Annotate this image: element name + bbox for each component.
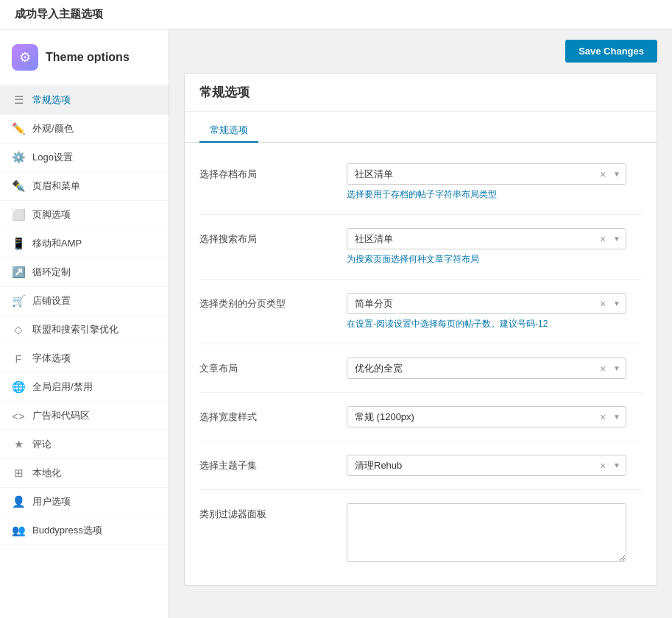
nav-label-buddypress: Buddypress选项 (32, 524, 102, 537)
nav-icon-buddypress: 👥 (12, 524, 25, 537)
select-search-layout[interactable]: 社区清单 (347, 228, 626, 249)
nav-icon-mobile-amp: 📱 (12, 237, 25, 250)
field-wrap-category-pagination: 简单分页×▼在设置-阅读设置中选择每页的帖子数。建议号码-12 (347, 293, 642, 330)
sidebar-header: ⚙ Theme options (0, 29, 169, 86)
field-wrap-width-style: 常规 (1200px)×▼ (347, 406, 642, 427)
tab-bar: 常规选项 (185, 112, 657, 143)
field-wrap-theme-skin: 清理Rehub×▼ (347, 455, 642, 476)
sidebar-item-typography[interactable]: F字体选项 (0, 344, 169, 373)
sidebar-item-ads[interactable]: <>广告和代码区 (0, 402, 169, 430)
select-clear-theme-skin[interactable]: × (597, 458, 609, 473)
nav-label-typography: 字体选项 (32, 352, 71, 365)
sidebar-item-footer[interactable]: ⬜页脚选项 (0, 201, 169, 230)
sidebar-item-mobile-amp[interactable]: 📱移动和AMP (0, 230, 169, 258)
sidebar-item-loop[interactable]: ↗️循环定制 (0, 258, 169, 287)
nav-icon-shop: 🛒 (12, 294, 25, 308)
main-layout: ⚙ Theme options ☰常规选项✏️外观/颜色⚙️Logo设置✒️页眉… (0, 29, 672, 618)
sidebar-item-logo[interactable]: ⚙️Logo设置 (0, 143, 169, 172)
select-wrapper-category-pagination: 简单分页×▼ (347, 293, 626, 314)
nav-label-users: 用户选项 (32, 495, 71, 508)
tab-general[interactable]: 常规选项 (199, 119, 258, 143)
select-category-pagination[interactable]: 简单分页 (347, 293, 626, 314)
nav-label-ads: 广告和代码区 (32, 409, 90, 422)
nav-label-header-menu: 页眉和菜单 (32, 180, 80, 193)
select-arrow-search-layout[interactable]: ▼ (610, 233, 623, 244)
nav-icon-loop: ↗️ (12, 266, 25, 279)
form-row-width-style: 选择宽度样式常规 (1200px)×▼ (199, 393, 642, 441)
form-row-theme-skin: 选择主题子集清理Rehub×▼ (199, 441, 642, 490)
field-wrap-archive-layout: 社区清单×▼选择要用于存档的帖子字符串布局类型 (347, 163, 642, 201)
form-row-category-pagination: 选择类别的分页类型简单分页×▼在设置-阅读设置中选择每页的帖子数。建议号码-12 (199, 280, 642, 344)
nav-label-seo: 联盟和搜索引擎优化 (32, 323, 119, 336)
sidebar-nav: ☰常规选项✏️外观/颜色⚙️Logo设置✒️页眉和菜单⬜页脚选项📱移动和AMP↗… (0, 86, 169, 545)
select-theme-skin[interactable]: 清理Rehub (347, 455, 626, 476)
sidebar-item-localization[interactable]: ⊞本地化 (0, 459, 169, 488)
field-label-category-pagination: 选择类别的分页类型 (199, 293, 332, 310)
field-wrap-category-filter (347, 503, 642, 564)
content-area: Save Changes 常规选项 常规选项 选择存档布局社区清单×▼选择要用于… (169, 29, 672, 618)
page-wrapper: 成功导入主题选项 ⚙ Theme options ☰常规选项✏️外观/颜色⚙️L… (0, 0, 672, 618)
select-wrapper-theme-skin: 清理Rehub×▼ (347, 455, 626, 476)
nav-icon-global: 🌐 (12, 380, 25, 394)
sidebar-item-general[interactable]: ☰常规选项 (0, 86, 169, 115)
sidebar-item-header-menu[interactable]: ✒️页眉和菜单 (0, 172, 169, 201)
field-hint-category-pagination: 在设置-阅读设置中选择每页的帖子数。建议号码-12 (347, 318, 642, 330)
sidebar-item-users[interactable]: 👤用户选项 (0, 488, 169, 516)
sidebar-item-seo[interactable]: ◇联盟和搜索引擎优化 (0, 316, 169, 344)
select-post-layout[interactable]: 优化的全宽 (347, 358, 626, 379)
textarea-category-filter[interactable] (347, 503, 626, 562)
field-label-search-layout: 选择搜索布局 (199, 228, 332, 246)
sidebar-item-buddypress[interactable]: 👥Buddypress选项 (0, 516, 169, 545)
nav-label-footer: 页脚选项 (32, 208, 71, 221)
select-arrow-category-pagination[interactable]: ▼ (610, 298, 623, 309)
form-section: 选择存档布局社区清单×▼选择要用于存档的帖子字符串布局类型选择搜索布局社区清单×… (185, 143, 657, 585)
nav-label-loop: 循环定制 (32, 266, 71, 279)
select-width-style[interactable]: 常规 (1200px) (347, 406, 626, 427)
select-arrow-width-style[interactable]: ▼ (610, 411, 623, 422)
select-clear-archive-layout[interactable]: × (597, 167, 609, 182)
form-row-archive-layout: 选择存档布局社区清单×▼选择要用于存档的帖子字符串布局类型 (199, 150, 642, 215)
nav-icon-comments: ★ (12, 438, 25, 451)
select-arrow-theme-skin[interactable]: ▼ (610, 460, 623, 471)
field-label-theme-skin: 选择主题子集 (199, 455, 332, 472)
select-wrapper-width-style: 常规 (1200px)×▼ (347, 406, 626, 427)
nav-label-global: 全局启用/禁用 (32, 380, 93, 394)
field-wrap-post-layout: 优化的全宽×▼ (347, 358, 642, 379)
nav-icon-header-menu: ✒️ (12, 180, 25, 193)
sidebar-item-appearance[interactable]: ✏️外观/颜色 (0, 115, 169, 143)
theme-options-icon: ⚙ (12, 44, 38, 71)
select-arrow-post-layout[interactable]: ▼ (610, 363, 623, 374)
sidebar-item-shop[interactable]: 🛒店铺设置 (0, 287, 169, 316)
nav-icon-seo: ◇ (12, 323, 25, 336)
select-clear-post-layout[interactable]: × (597, 361, 609, 376)
select-arrow-archive-layout[interactable]: ▼ (610, 168, 623, 180)
nav-label-mobile-amp: 移动和AMP (32, 237, 82, 250)
field-label-post-layout: 文章布局 (199, 358, 332, 375)
hint-link-category-pagination[interactable]: 12 (538, 319, 548, 329)
panel-title: 常规选项 (185, 74, 657, 112)
field-hint-search-layout: 为搜索页面选择何种文章字符布局 (347, 253, 642, 266)
nav-icon-appearance: ✏️ (12, 122, 25, 135)
form-row-search-layout: 选择搜索布局社区清单×▼为搜索页面选择何种文章字符布局 (199, 215, 642, 280)
select-archive-layout[interactable]: 社区清单 (347, 163, 626, 185)
nav-icon-users: 👤 (12, 495, 25, 508)
select-clear-search-layout[interactable]: × (597, 232, 609, 246)
field-label-category-filter: 类别过滤器面板 (199, 503, 332, 521)
nav-icon-typography: F (12, 352, 25, 365)
nav-icon-localization: ⊞ (12, 466, 25, 480)
save-changes-button[interactable]: Save Changes (565, 40, 657, 63)
nav-icon-footer: ⬜ (12, 208, 25, 221)
success-notice: 成功导入主题选项 (0, 0, 672, 29)
select-wrapper-post-layout: 优化的全宽×▼ (347, 358, 626, 379)
sidebar-item-global[interactable]: 🌐全局启用/禁用 (0, 373, 169, 402)
nav-label-comments: 评论 (32, 438, 52, 451)
select-clear-width-style[interactable]: × (597, 410, 609, 425)
sidebar-item-comments[interactable]: ★评论 (0, 430, 169, 459)
select-clear-category-pagination[interactable]: × (597, 296, 609, 311)
nav-label-general: 常规选项 (32, 93, 71, 107)
field-wrap-search-layout: 社区清单×▼为搜索页面选择何种文章字符布局 (347, 228, 642, 266)
nav-label-shop: 店铺设置 (32, 294, 71, 308)
nav-label-logo: Logo设置 (32, 151, 73, 164)
select-wrapper-search-layout: 社区清单×▼ (347, 228, 626, 249)
field-hint-archive-layout: 选择要用于存档的帖子字符串布局类型 (347, 188, 642, 201)
